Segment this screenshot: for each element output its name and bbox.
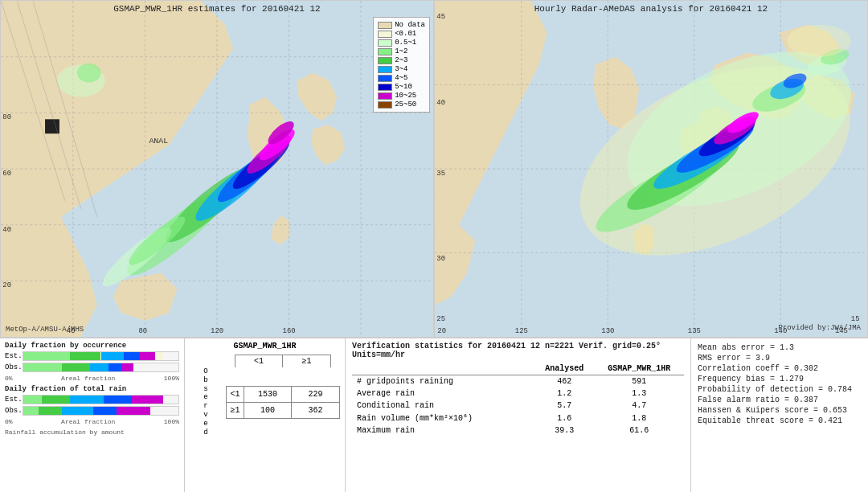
svg-text:80: 80: [2, 113, 11, 121]
row-header1: <1: [226, 386, 244, 403]
svg-text:30: 30: [436, 255, 445, 263]
verification-panel: Verification statistics for 20160421 12 …: [346, 338, 691, 492]
right-map-title: Hourly Radar-AMeDAS analysis for 2016042…: [435, 4, 867, 14]
legend-item-5: 5~10: [378, 83, 425, 91]
svg-text:60: 60: [2, 170, 11, 178]
false-alarm-ratio: False alarm ratio = 0.387: [698, 396, 862, 404]
rain-est-dkblue: [104, 396, 132, 404]
cont-row1: <1 1530 229: [226, 386, 340, 403]
total-rain-est-bar: [23, 395, 179, 404]
contingency-header: <1 ≥1: [235, 355, 331, 367]
legend-label-1: 1~2: [395, 47, 407, 55]
verification-title: Verification statistics for 20160421 12 …: [352, 342, 684, 359]
left-map-title: GSMAP_MWR_1HR estimates for 20160421 12: [1, 4, 433, 14]
legend-color-001: [378, 31, 392, 38]
equitable-threat: Equitable threat score = 0.421: [698, 416, 862, 425]
legend-item-nodata: No data: [378, 21, 425, 29]
verif-label-4: Maximum rain: [352, 424, 534, 437]
verif-analysed-3: 1.6: [534, 412, 594, 424]
legend-label-4: 4~5: [395, 74, 407, 82]
occurrence-obs-bar: [23, 363, 179, 372]
legend-color-05: [378, 39, 392, 47]
rain-obs-dkblue: [93, 407, 117, 415]
legend-label-5: 5~10: [395, 83, 412, 91]
occ-est-dkgreen: [70, 352, 101, 360]
pct-0-label: 0%: [5, 375, 13, 382]
svg-text:160: 160: [283, 327, 296, 335]
svg-text:25: 25: [436, 315, 445, 323]
total-rain-est-row: Est.: [5, 395, 179, 404]
svg-text:135: 135: [688, 327, 701, 335]
occ-est-blue: [101, 352, 125, 360]
rain-est-blue: [70, 396, 104, 404]
total-rain-obs-bar: [23, 406, 179, 416]
contingency-product-label: GSMAP_MWR_1HR: [190, 342, 340, 351]
legend-item-25: 25~50: [378, 100, 425, 109]
areal-fraction-label: Areal fraction: [61, 375, 115, 382]
pct-100-rain: 100%: [164, 418, 179, 425]
row-header2: ≥1: [226, 403, 244, 419]
legend-label-25: 25~50: [395, 100, 416, 109]
legend-color-1: [378, 48, 392, 55]
verif-empty-col: [352, 363, 534, 375]
rain-obs-purple: [117, 407, 150, 415]
total-rain-chart-labels: 0% Areal fraction 100%: [5, 418, 179, 425]
rain-obs-dkgreen: [39, 407, 62, 415]
occ-est-purple: [140, 352, 155, 360]
occurrence-obs-row: Obs.: [5, 363, 179, 372]
occ-obs-blue: [90, 363, 108, 371]
legend-item-10: 10~25: [378, 92, 425, 100]
obs-vert-label: Observed: [203, 367, 207, 437]
obs-label-occ: Obs.: [5, 363, 23, 371]
pct-0-rain: 0%: [5, 418, 13, 425]
legend-item-1: 1~2: [378, 47, 425, 55]
cont-row2: ≥1 100 362: [226, 403, 340, 419]
right-map-background: 125 130 135 140 145 45 40 35 30 25 15 20: [435, 1, 867, 337]
verif-product-1: 1.3: [594, 387, 684, 400]
svg-text:120: 120: [211, 327, 223, 335]
occurrence-chart-title: Daily fraction by occurrence: [5, 342, 179, 350]
svg-text:125: 125: [515, 327, 528, 335]
verification-table: Analysed GSMAP_MWR_1HR # gridpoints rain…: [352, 363, 684, 437]
rain-est-purple: [132, 396, 163, 404]
charts-panel: Daily fraction by occurrence Est. Obs.: [0, 338, 185, 492]
svg-text:40: 40: [2, 226, 11, 234]
occurrence-chart-labels: 0% Areal fraction 100%: [5, 375, 179, 382]
bottom-row: Daily fraction by occurrence Est. Obs.: [0, 338, 868, 492]
rain-obs-blue: [62, 407, 93, 415]
rms-error: RMS error = 3.9: [698, 354, 862, 363]
svg-point-91: [787, 25, 851, 57]
accumulation-label: Rainfall accumulation by amount: [5, 428, 179, 436]
verif-row-1: Average rain 1.2 1.3: [352, 387, 684, 400]
occ-est-dkblue: [124, 352, 139, 360]
verif-analysed-4: 39.3: [534, 424, 594, 437]
statistics-panel: Mean abs error = 1.3 RMS error = 3.9 Cor…: [691, 338, 868, 492]
contingency-table-container: <1 ≥1 Observed <1 1530 229: [190, 355, 340, 437]
legend-color-4: [378, 75, 392, 82]
cell-21: 100: [244, 403, 292, 419]
col-header2: ≥1: [283, 355, 331, 367]
svg-text:15: 15: [851, 315, 860, 323]
satellite-label: MetOp-A/AMSU-A/MHS: [6, 326, 84, 334]
verif-product-0: 591: [594, 375, 684, 388]
legend-color-5: [378, 84, 392, 91]
verif-row-4: Maximum rain 39.3 61.6: [352, 424, 684, 437]
svg-text:35: 35: [436, 170, 445, 178]
hanssen-kuipers: Hanssen & Kuipers score = 0.653: [698, 406, 862, 415]
svg-text:40: 40: [436, 99, 445, 107]
verif-row-2: Conditional rain 5.7 4.7: [352, 400, 684, 412]
occurrence-chart-row: Est.: [5, 351, 179, 361]
legend-color-25: [378, 101, 392, 109]
verif-header-row: Analysed GSMAP_MWR_1HR: [352, 363, 684, 375]
est-label-occ: Est.: [5, 352, 23, 360]
rain-obs-green: [23, 407, 39, 415]
observed-side-label: Observed: [190, 367, 222, 437]
verif-label-1: Average rain: [352, 387, 534, 400]
correlation-coeff: Correlation coeff = 0.302: [698, 364, 862, 373]
frequency-bias: Frequency bias = 1.279: [698, 375, 862, 383]
legend-item-2: 2~3: [378, 56, 425, 64]
legend-label-10: 10~25: [395, 92, 416, 100]
verif-row-3: Rain volume (mm*km²×10⁶) 1.6 1.8: [352, 412, 684, 424]
legend-color-3: [378, 66, 392, 73]
svg-text:20: 20: [2, 281, 11, 289]
